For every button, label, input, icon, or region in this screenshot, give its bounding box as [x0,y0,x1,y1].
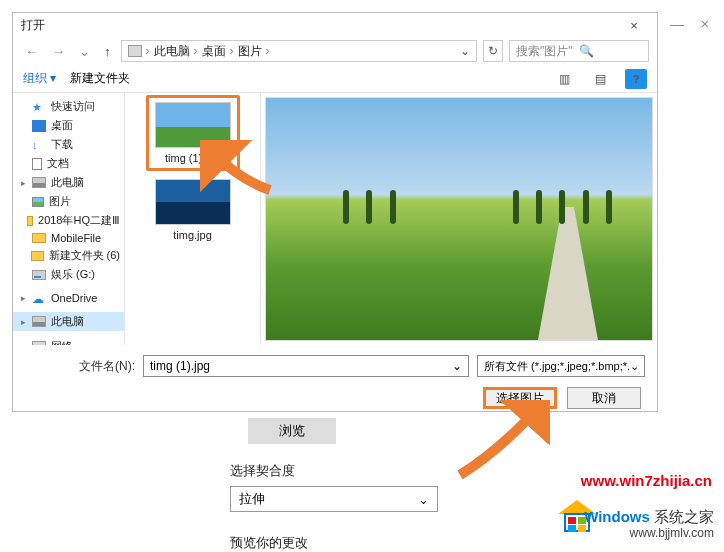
filename-input[interactable]: timg (1).jpg ⌄ [143,355,469,377]
tree-folder[interactable]: MobileFile [13,230,124,246]
thumbnail-selected[interactable]: timg (1).jpg [146,95,240,171]
help-icon[interactable]: ? [625,69,647,89]
refresh-button[interactable]: ↻ [483,40,503,62]
titlebar[interactable]: 打开 × [13,13,657,37]
cloud-icon [32,292,46,304]
tree-folder[interactable]: 新建文件夹 (6) [13,246,124,265]
nav-tree[interactable]: 快速访问 桌面 下载 文档 ▸此电脑 图片 2018年HQ二建Ⅲ MobileF… [13,93,125,345]
breadcrumb-seg[interactable]: 图片 [238,43,262,60]
thumbnail-list[interactable]: timg (1).jpg timg.jpg [125,93,261,345]
up-button[interactable]: ↑ [100,44,115,59]
chevron-down-icon: ⌄ [418,492,429,507]
tree-this-pc-selected[interactable]: ▸此电脑 [13,312,124,331]
pc-icon [128,45,142,57]
browse-button[interactable]: 浏览 [248,418,336,444]
breadcrumb-sep: › [146,44,150,58]
tree-folder[interactable]: 2018年HQ二建Ⅲ [13,211,124,230]
tree-network[interactable]: ▸网络 [13,337,124,345]
fit-select[interactable]: 拉伸 ⌄ [230,486,438,512]
download-icon [32,139,46,151]
select-image-button[interactable]: 选择图片 [483,387,557,409]
toolbar: 组织 ▾ 新建文件夹 ▥ ▤ ? [13,65,657,93]
desktop-icon [32,120,46,132]
tree-desktop[interactable]: 桌面 [13,116,124,135]
dialog-footer: 文件名(N): timg (1).jpg ⌄ 所有文件 (*.jpg;*.jpe… [13,345,657,409]
thumbnail-image [155,102,231,148]
organize-menu[interactable]: 组织 ▾ [23,70,56,87]
watermark-url: www.win7zhijia.cn [581,472,712,489]
watermark-brand: Windows Windows 系统之家系统之家 [584,508,714,527]
preview-image [265,97,653,341]
filename-label: 文件名(N): [25,358,135,375]
fit-label: 选择契合度 [230,462,490,480]
file-open-dialog: 打开 × ← → ⌄ ↑ › 此电脑 › 桌面 › 图片 › ⌄ ↻ 搜索"图片… [12,12,658,412]
search-icon: 🔍 [579,44,594,58]
back-button[interactable]: ← [21,44,42,59]
watermark-url2: www.bjjmlv.com [630,526,714,540]
drive-icon [32,270,46,280]
search-placeholder: 搜索"图片" [516,43,573,60]
folder-icon [27,216,33,226]
outer-close[interactable]: × [701,16,709,32]
nav-row: ← → ⌄ ↑ › 此电脑 › 桌面 › 图片 › ⌄ ↻ 搜索"图片" 🔍 [13,37,657,65]
forward-button[interactable]: → [48,44,69,59]
breadcrumb-dropdown-icon[interactable]: ⌄ [460,44,470,58]
chevron-down-icon[interactable]: ⌄ [452,359,462,373]
new-folder-button[interactable]: 新建文件夹 [70,70,130,87]
tree-documents[interactable]: 文档 [13,154,124,173]
preview-changes-label: 预览你的更改 [230,534,490,552]
tree-quick-access[interactable]: 快速访问 [13,97,124,116]
tree-this-pc[interactable]: ▸此电脑 [13,173,124,192]
thumbnail[interactable]: timg.jpg [146,179,240,241]
picture-icon [32,197,44,207]
refresh-icon: ↻ [488,44,498,58]
thumbnail-caption: timg.jpg [173,229,212,241]
network-icon [32,341,46,346]
file-type-filter[interactable]: 所有文件 (*.jpg;*.jpeg;*.bmp;*. ⌄ [477,355,645,377]
outer-minimize[interactable]: — [670,16,684,32]
thumbnail-image [155,179,231,225]
view-mode-icon[interactable]: ▥ [553,69,575,89]
breadcrumb-seg[interactable]: 此电脑 [154,43,190,60]
tree-downloads[interactable]: 下载 [13,135,124,154]
thumbnail-caption: timg (1).jpg [165,152,220,164]
tree-drive[interactable]: 娱乐 (G:) [13,265,124,284]
cancel-button[interactable]: 取消 [567,387,641,409]
document-icon [32,158,42,170]
dialog-title: 打开 [21,17,619,34]
folder-icon [31,251,44,261]
close-icon[interactable]: × [619,18,649,33]
breadcrumb-seg[interactable]: 桌面 [202,43,226,60]
folder-icon [32,233,46,243]
list-mode-icon[interactable]: ▤ [589,69,611,89]
star-icon [32,101,46,113]
search-input[interactable]: 搜索"图片" 🔍 [509,40,649,62]
pc-icon [32,316,46,327]
background-panel: 浏览 选择契合度 拉伸 ⌄ 预览你的更改 [230,418,490,552]
tree-pictures[interactable]: 图片 [13,192,124,211]
tree-onedrive[interactable]: ▸OneDrive [13,290,124,306]
breadcrumb[interactable]: › 此电脑 › 桌面 › 图片 › ⌄ [121,40,478,62]
chevron-down-icon[interactable]: ⌄ [630,360,639,373]
chevron-down-icon[interactable]: ⌄ [75,44,94,59]
preview-pane [261,93,657,345]
pc-icon [32,177,46,188]
